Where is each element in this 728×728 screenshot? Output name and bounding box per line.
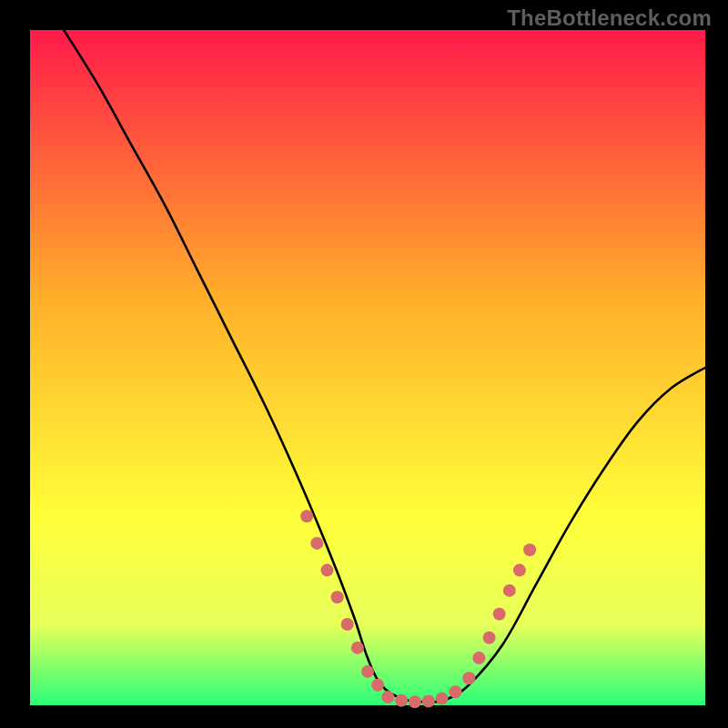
scatter-dot <box>472 652 485 664</box>
watermark: TheBottleneck.com <box>507 5 712 31</box>
scatter-dot <box>331 591 344 603</box>
scatter-dot <box>422 695 435 708</box>
scatter-dot <box>361 665 374 678</box>
scatter-dot <box>450 685 462 698</box>
scatter-dot <box>523 543 536 556</box>
scatter-dot <box>503 584 516 597</box>
scatter-dot <box>395 694 408 707</box>
bottleneck-chart <box>0 0 728 728</box>
scatter-dot <box>321 564 334 577</box>
scatter-dot <box>483 632 496 644</box>
scatter-dot <box>513 564 526 577</box>
scatter-dot <box>381 691 394 703</box>
scatter-dot <box>409 695 421 708</box>
scatter-dot <box>462 672 475 684</box>
scatter-dot <box>436 693 449 705</box>
scatter-dot <box>493 608 506 621</box>
chart-container: TheBottleneck.com <box>0 0 728 728</box>
scatter-dot <box>341 618 354 631</box>
chart-background <box>30 30 705 705</box>
scatter-dot <box>310 537 323 550</box>
scatter-dot <box>371 679 384 692</box>
scatter-dot <box>351 642 364 654</box>
scatter-dot <box>300 510 313 522</box>
